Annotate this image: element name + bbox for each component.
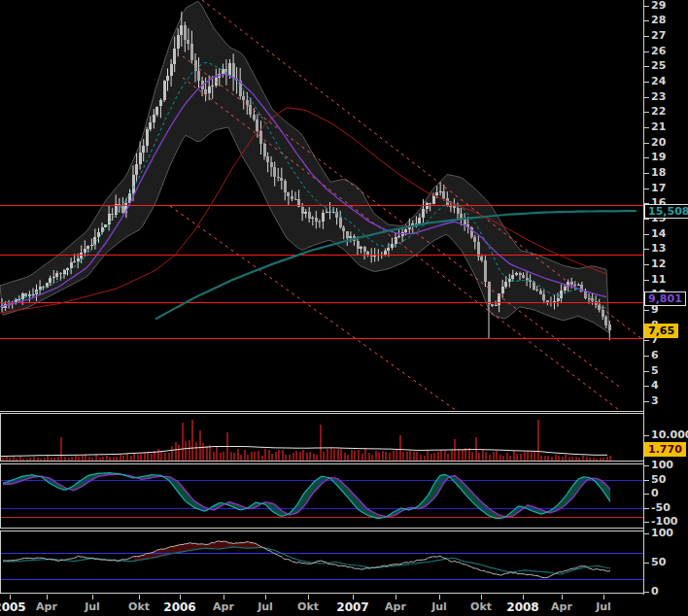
- date-tick-mark: [603, 595, 604, 599]
- price-tick-label: 6: [651, 350, 659, 361]
- price-tick-label: 20: [651, 137, 666, 149]
- date-tick-label: Okt: [470, 600, 492, 613]
- date-axis: 2005AprJulOkt2006AprJulOkt2007AprJulOkt2…: [0, 595, 688, 616]
- date-tick-mark: [353, 595, 354, 599]
- price-tick-label: 24: [651, 76, 666, 87]
- price-tick-mark: [644, 6, 649, 7]
- price-tick-label: 21: [651, 121, 666, 133]
- price-tick-mark: [644, 157, 649, 158]
- price-tick-mark: [644, 356, 649, 357]
- date-tick-label: 2005: [0, 600, 26, 614]
- price-tick-mark: [644, 264, 649, 265]
- volume-canvas[interactable]: [1, 414, 643, 461]
- price-tick-mark: [644, 249, 649, 250]
- date-tick-label: 2007: [336, 600, 368, 614]
- rsi-signal-line: [3, 547, 610, 574]
- date-tick-label: Apr: [385, 600, 406, 613]
- rsi-tick-label: 50: [651, 557, 666, 568]
- price-tick-label: 27: [651, 30, 666, 42]
- price-chart-canvas[interactable]: [0, 0, 644, 411]
- price-tick-mark: [644, 280, 649, 281]
- rsi-tick-label: 100: [651, 528, 673, 539]
- rsi-main-line: [3, 541, 610, 578]
- oscillator-tick-label: 50: [651, 474, 666, 486]
- price-tick-label: 5: [651, 365, 659, 377]
- price-tick-mark: [644, 82, 649, 83]
- price-tick-label: 23: [651, 91, 666, 103]
- date-tick-mark: [180, 595, 181, 599]
- price-tick-mark: [644, 51, 649, 52]
- date-tick-mark: [396, 595, 396, 599]
- price-tick-mark: [644, 219, 649, 220]
- price-tick-label: 26: [651, 46, 666, 57]
- date-tick-label: Okt: [128, 600, 150, 613]
- price-tick-label: 25: [651, 60, 666, 72]
- date-tick-mark: [10, 595, 11, 599]
- volume-tick-label: 10.000: [651, 429, 688, 441]
- date-tick-mark: [562, 595, 563, 599]
- price-tick-mark: [644, 127, 649, 128]
- oscillator-tick-mark: [644, 508, 649, 509]
- date-tick-mark: [47, 595, 48, 599]
- price-tick-mark: [644, 36, 649, 37]
- date-tick-mark: [224, 595, 224, 599]
- oscillator-panel[interactable]: [0, 463, 644, 529]
- date-tick-label: Jul: [85, 600, 100, 613]
- oscillator-tick-mark: [644, 494, 649, 495]
- rsi-canvas[interactable]: [1, 531, 643, 593]
- date-tick-label: Jul: [596, 600, 611, 613]
- price-tick-mark: [644, 401, 649, 402]
- price-tick-mark: [644, 310, 649, 311]
- price-tick-label: 19: [651, 152, 666, 163]
- price-tick-mark: [644, 188, 649, 189]
- date-tick-mark: [265, 595, 266, 599]
- price-tick-label: 12: [651, 258, 666, 270]
- price-tick-mark: [644, 173, 649, 174]
- price-tick-mark: [644, 371, 649, 372]
- date-tick-label: Apr: [36, 600, 57, 613]
- price-tick-mark: [644, 66, 649, 67]
- oscillator-tick-label: 0: [651, 488, 659, 499]
- oscillator-tick-label: -50: [651, 502, 671, 514]
- volume-panel[interactable]: [0, 413, 644, 462]
- charting-terminal-window: 2928272625242322212019181716151413121110…: [0, 0, 688, 616]
- date-tick-label: 2008: [506, 600, 538, 614]
- price-tick-label: 22: [651, 106, 666, 118]
- rsi-tick-mark: [644, 533, 649, 534]
- date-tick-mark: [439, 595, 440, 599]
- date-tick-mark: [523, 595, 524, 599]
- price-tick-label: 13: [651, 243, 666, 255]
- price-tick-mark: [644, 386, 649, 387]
- price-tick-label: 29: [651, 0, 666, 12]
- rsi-tick-mark: [644, 563, 649, 564]
- price-tick-mark: [644, 143, 649, 144]
- date-tick-label: Jul: [258, 600, 273, 613]
- oscillator-tick-mark: [644, 465, 649, 466]
- price-tick-mark: [644, 97, 649, 98]
- price-chart-panel[interactable]: [0, 0, 644, 412]
- volume-tick-mark: [644, 435, 649, 436]
- bollinger-band: [0, 1, 609, 332]
- price-tick-mark: [644, 20, 649, 21]
- price-tick-mark: [644, 234, 649, 235]
- oscillator-canvas[interactable]: [1, 464, 643, 528]
- date-tick-label: Apr: [551, 600, 572, 613]
- rsi-tick-mark: [644, 592, 649, 593]
- date-tick-mark: [92, 595, 93, 599]
- rsi-panel[interactable]: [0, 530, 644, 594]
- price-tick-label: 4: [651, 380, 659, 392]
- price-tick-mark: [644, 112, 649, 113]
- date-tick-label: Okt: [297, 600, 319, 613]
- oscillator-tick-label: 100: [651, 460, 673, 471]
- date-tick-mark: [139, 595, 140, 599]
- date-tick-label: Jul: [431, 600, 447, 613]
- date-tick-label: Apr: [213, 600, 234, 613]
- date-tick-mark: [481, 595, 482, 599]
- price-tick-label: 18: [651, 167, 666, 179]
- price-tick-label: 28: [651, 15, 666, 26]
- last-price-badge: 7,65: [644, 324, 678, 338]
- oscillator-tick-mark: [644, 480, 649, 481]
- price-tick-label: 17: [651, 183, 666, 194]
- date-tick-label: 2006: [163, 600, 195, 614]
- long-ma-last-value-badge: 15,508: [644, 204, 688, 219]
